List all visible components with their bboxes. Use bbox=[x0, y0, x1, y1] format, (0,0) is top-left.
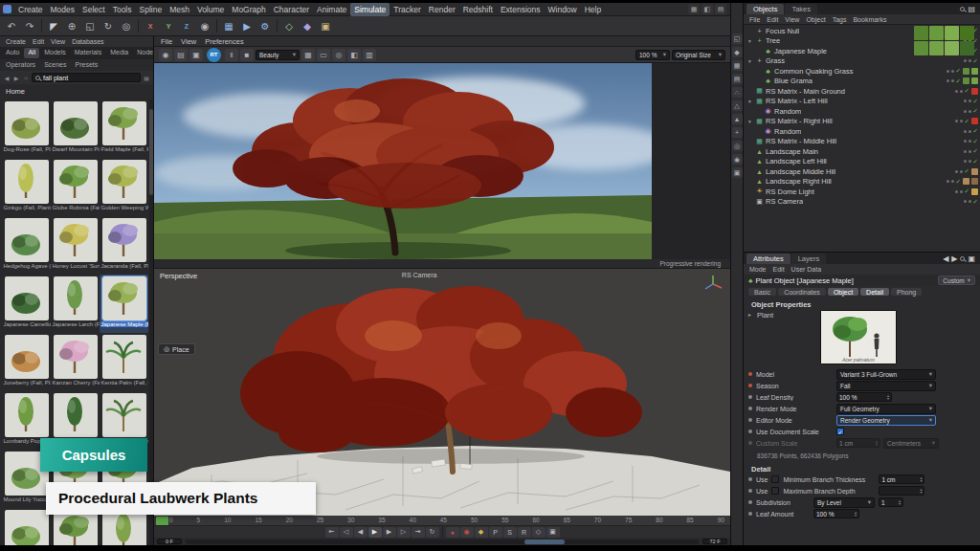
objects-tab-objects[interactable]: Objects bbox=[746, 4, 784, 14]
record-pla-icon[interactable]: ▣ bbox=[546, 527, 560, 538]
material-thumb[interactable] bbox=[914, 41, 928, 55]
object-row[interactable]: ♣Common Quaking Grass✓ bbox=[744, 66, 980, 77]
zoom-dropdown[interactable]: 100 %▾ bbox=[635, 50, 670, 60]
snapshot-icon[interactable]: ◉ bbox=[159, 49, 172, 61]
texture-tag[interactable] bbox=[963, 178, 969, 185]
texture-tag[interactable] bbox=[963, 77, 969, 84]
object-row[interactable]: ▦RS Matrix - Middle Hill✓ bbox=[744, 137, 980, 147]
range-track[interactable] bbox=[186, 540, 699, 544]
rt-toggle-button[interactable]: RT bbox=[207, 48, 221, 62]
menu-volume[interactable]: Volume bbox=[193, 3, 228, 16]
material-thumb[interactable] bbox=[960, 26, 974, 40]
expand-icon[interactable]: ▾ bbox=[746, 119, 753, 124]
enabled-check[interactable]: ✓ bbox=[956, 77, 961, 85]
menu-simulate[interactable]: Simulate bbox=[350, 3, 390, 16]
asset-menu-databases[interactable]: Databases bbox=[72, 38, 103, 45]
layout-standard-icon[interactable]: ▦ bbox=[688, 4, 700, 14]
editor-visibility-dot[interactable] bbox=[964, 130, 967, 133]
object-row[interactable]: ▲Landscape Right Hill✓ bbox=[744, 177, 980, 187]
asset-plant[interactable] bbox=[2, 508, 51, 545]
axis-z-icon[interactable]: Z bbox=[178, 17, 195, 34]
aov-toggle-icon[interactable]: ▥ bbox=[363, 49, 376, 61]
enabled-check[interactable]: ✓ bbox=[973, 147, 978, 155]
attributes-tab-layers[interactable]: Layers bbox=[791, 253, 827, 264]
generators-icon[interactable]: ◇ bbox=[280, 17, 298, 34]
render-visibility-dot[interactable] bbox=[969, 150, 971, 153]
material-thumb[interactable] bbox=[929, 41, 944, 55]
asset-plant[interactable]: Honey Locust 'Sunburst' (Fall, Plant) bbox=[51, 216, 100, 275]
lock-icon[interactable]: ▣ bbox=[968, 254, 975, 263]
render-view-icon[interactable]: ▦ bbox=[220, 17, 237, 34]
detail-leaf-amount-input[interactable]: 100 %▴▾ bbox=[813, 509, 859, 518]
enabled-check[interactable]: ✓ bbox=[965, 87, 969, 95]
render-visibility-dot[interactable] bbox=[960, 190, 963, 193]
record-rotation-icon[interactable]: R bbox=[518, 527, 531, 538]
asset-plant[interactable]: Golden Weeping Willow (Fall, Plant) bbox=[100, 158, 148, 216]
playhead[interactable] bbox=[156, 517, 168, 525]
record-scale-icon[interactable]: S bbox=[503, 527, 517, 538]
make-editable-icon[interactable]: ◱ bbox=[732, 33, 743, 44]
enabled-check[interactable]: ✓ bbox=[965, 167, 969, 175]
autokeying-icon[interactable]: ◉ bbox=[460, 527, 474, 538]
render-view-canvas[interactable] bbox=[154, 63, 730, 259]
enabled-check[interactable]: ✓ bbox=[973, 198, 978, 206]
asset-tab-nodes[interactable]: Nodes bbox=[133, 48, 154, 58]
breadcrumb[interactable]: Home bbox=[0, 84, 153, 96]
attributes-menu-edit[interactable]: Edit bbox=[773, 266, 785, 273]
render-visibility-dot[interactable] bbox=[969, 160, 971, 163]
section-object-properties[interactable]: Object Properties bbox=[744, 298, 980, 309]
objects-menu-bookmarks[interactable]: Bookmarks bbox=[853, 16, 886, 22]
object-row[interactable]: ☀RS Dome Light✓ bbox=[744, 187, 980, 197]
menu-mograph[interactable]: MoGraph bbox=[228, 3, 269, 16]
undo-icon[interactable]: ↶ bbox=[3, 17, 20, 34]
field-leaf-density-input[interactable]: 100 %▴▾ bbox=[836, 392, 892, 402]
objects-menu-object[interactable]: Object bbox=[806, 16, 825, 22]
stop-render-icon[interactable]: ■ bbox=[240, 49, 254, 61]
render-visibility-dot[interactable] bbox=[969, 140, 971, 143]
menu-animate[interactable]: Animate bbox=[313, 3, 350, 16]
enabled-check[interactable]: ✓ bbox=[965, 118, 969, 125]
points-mode-icon[interactable]: ∴ bbox=[732, 87, 743, 98]
go-to-next-frame-icon[interactable]: ▶ bbox=[383, 527, 396, 538]
history-forward-icon[interactable]: ▶ bbox=[951, 254, 957, 263]
locked-workplane-icon[interactable]: ▣ bbox=[732, 167, 743, 178]
objects-menu-file[interactable]: File bbox=[749, 16, 760, 22]
render-settings-icon[interactable]: ⚙ bbox=[256, 17, 274, 34]
play-forwards-icon[interactable]: ▶ bbox=[368, 527, 382, 538]
enable-snap-icon[interactable]: ◉ bbox=[732, 154, 743, 165]
viewport-label[interactable]: Perspective bbox=[160, 272, 197, 280]
texture-tag[interactable] bbox=[971, 118, 978, 124]
editor-visibility-dot[interactable] bbox=[955, 90, 958, 93]
editor-visibility-dot[interactable] bbox=[964, 160, 967, 163]
material-thumb[interactable] bbox=[945, 41, 959, 55]
rotate-icon[interactable]: ↻ bbox=[100, 17, 117, 34]
section-detail[interactable]: Detail bbox=[744, 462, 980, 474]
render-visibility-dot[interactable] bbox=[960, 90, 963, 93]
layout-panels-icon[interactable]: ▤ bbox=[715, 4, 726, 14]
object-row[interactable]: ▣RS Camera✓ bbox=[744, 197, 980, 208]
menu-character[interactable]: Character bbox=[270, 3, 313, 16]
layout-split-icon[interactable]: ◧ bbox=[702, 4, 713, 14]
go-to-previous-frame-icon[interactable]: ◀ bbox=[354, 527, 368, 538]
workplane-mode-icon[interactable]: ▤ bbox=[732, 74, 743, 84]
asset-menu-edit[interactable]: Edit bbox=[33, 38, 44, 45]
asset-menu-view[interactable]: View bbox=[51, 38, 65, 45]
object-row[interactable]: ▾+Grass✓ bbox=[744, 56, 980, 67]
asset-plant[interactable]: Dwarf Mountain Pine (Fall, Plant) bbox=[51, 99, 100, 158]
editor-visibility-dot[interactable] bbox=[964, 99, 967, 102]
editor-visibility-dot[interactable] bbox=[955, 170, 958, 173]
search-icon[interactable] bbox=[960, 256, 965, 261]
render-menu-file[interactable]: File bbox=[161, 37, 172, 45]
render-menu-view[interactable]: View bbox=[181, 37, 196, 45]
forward-icon[interactable]: ▶ bbox=[12, 75, 20, 81]
asset-subtab-operators[interactable]: Operators bbox=[2, 60, 39, 70]
objects-menu-edit[interactable]: Edit bbox=[767, 16, 778, 22]
enable-axis-modification-icon[interactable]: + bbox=[732, 127, 743, 138]
object-row[interactable]: ▲Landscape Main✓ bbox=[744, 146, 980, 157]
asset-tab-materials[interactable]: Materials bbox=[71, 48, 105, 58]
texture-tag[interactable] bbox=[971, 88, 978, 95]
animation-dot[interactable] bbox=[748, 418, 752, 422]
menu-spline[interactable]: Spline bbox=[136, 3, 167, 16]
animation-dot[interactable] bbox=[748, 430, 752, 433]
object-row[interactable]: ▦RS Matrix - Main Ground✓ bbox=[744, 86, 980, 97]
